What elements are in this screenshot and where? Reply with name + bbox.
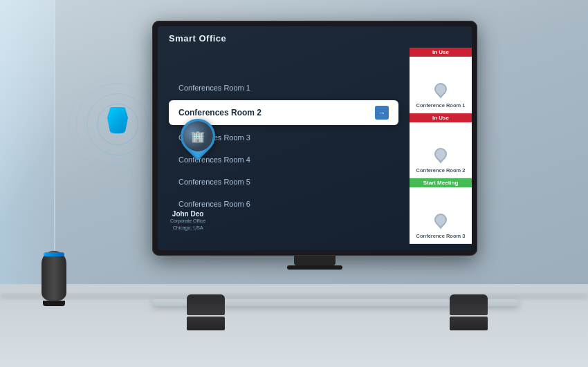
person-detail-line1: Corporate Office	[170, 218, 205, 225]
sidebar-room-label-3: Conference Room 3	[416, 233, 466, 239]
sidebar-room-label-2: Conference Room 2	[416, 167, 466, 173]
app-title-text: Smart Office	[169, 33, 226, 44]
pin-circle-inner: 🏢	[183, 121, 213, 151]
iot-body	[107, 107, 128, 133]
chair-right-seat	[450, 317, 488, 330]
person-detail-line2: Chicago, USA	[170, 225, 205, 232]
tv-base	[287, 265, 342, 270]
arrow-icon: →	[375, 106, 389, 120]
sidebar-panel: In Use Conference Room 1 In Use	[410, 48, 472, 244]
chair-right	[450, 294, 491, 332]
sidebar-room-2[interactable]: In Use Conference Room 2	[410, 113, 472, 179]
screen-title: Smart Office	[158, 26, 472, 48]
speaker-base	[43, 301, 65, 306]
chair-left-seat	[187, 317, 225, 330]
wall-shadow	[0, 295, 588, 298]
chair-left-back	[187, 294, 225, 315]
speaker-body	[42, 251, 66, 301]
sidebar-pin-head-2	[432, 146, 449, 163]
person-info: John Deo Corporate Office Chicago, USA	[170, 210, 205, 232]
window-light	[0, 0, 55, 290]
sidebar-pin-1	[433, 83, 448, 101]
sidebar-pin-head-3	[432, 211, 449, 228]
pin-room-image: 🏢	[183, 121, 213, 151]
window-area	[0, 0, 55, 290]
tv-screen: Smart Office 🏢	[158, 26, 472, 250]
pin-circle: 🏢	[173, 112, 222, 161]
iot-device	[107, 107, 128, 135]
chair-left	[187, 294, 228, 332]
person-name: John Deo	[170, 210, 205, 218]
sidebar-room-3[interactable]: Start Meeting Conference Room 3	[410, 178, 472, 244]
tv-monitor: Smart Office 🏢	[152, 21, 477, 256]
sidebar-room-1[interactable]: In Use Conference Room 1	[410, 48, 472, 113]
smart-speaker	[42, 251, 66, 306]
tv-frame: Smart Office 🏢	[152, 21, 477, 256]
chair-right-back	[450, 294, 488, 315]
room-item-1[interactable]: Conferences Room 1	[169, 78, 398, 97]
room-item-5[interactable]: Conferences Room 5	[169, 172, 398, 191]
sidebar-pin-2	[433, 148, 448, 166]
status-badge-2: In Use	[410, 113, 472, 122]
screen-content: 🏢 John Deo Corporate Office Chicago, USA…	[158, 48, 472, 244]
status-badge-1: In Use	[410, 48, 472, 57]
location-pin: 🏢	[178, 119, 217, 164]
status-badge-3: Start Meeting	[410, 178, 472, 187]
speaker-ring	[44, 252, 64, 256]
sidebar-pin-3	[433, 214, 448, 232]
tv-stand	[294, 256, 336, 265]
sidebar-pin-head-1	[432, 80, 449, 97]
room-list-panel: 🏢 John Deo Corporate Office Chicago, USA…	[158, 48, 410, 244]
sidebar-room-label-1: Conference Room 1	[416, 102, 466, 109]
